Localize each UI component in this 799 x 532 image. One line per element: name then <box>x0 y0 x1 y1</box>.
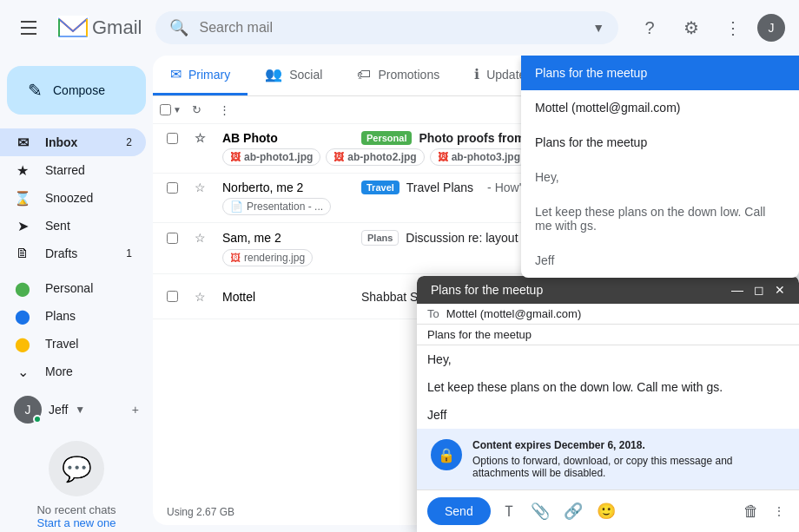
attachment-name: ab-photo2.jpg <box>347 151 416 163</box>
autocomplete-item[interactable]: Mottel (mottel@gmail.com) <box>521 90 799 125</box>
expand-compose-icon[interactable]: ◻ <box>754 283 764 297</box>
sidebar-item-label-starred: Starred <box>45 163 132 177</box>
sidebar-item-sent[interactable]: ➤ Sent <box>0 212 146 240</box>
close-compose-icon[interactable]: ✕ <box>775 283 785 297</box>
star-area[interactable]: ☆ <box>195 181 215 194</box>
sidebar-item-drafts[interactable]: 🗎 Drafts 1 <box>0 240 146 267</box>
attachment-name: ab-photo3.jpg <box>452 151 520 163</box>
delete-compose-icon[interactable]: 🗑 <box>740 499 763 524</box>
search-dropdown-icon[interactable]: ▼ <box>592 21 604 35</box>
tab-social[interactable]: 👥 Social <box>248 56 340 95</box>
send-button[interactable]: Send <box>427 497 491 525</box>
attachment-chip: 📄 Presentation - ... <box>222 198 331 215</box>
link-icon[interactable]: 🔗 <box>560 498 586 524</box>
select-all-area: ▼ <box>160 104 182 115</box>
select-dropdown-icon[interactable]: ▼ <box>173 105 182 115</box>
emoji-icon[interactable]: 🙂 <box>593 498 619 524</box>
tab-promotions[interactable]: 🏷 Promotions <box>340 56 457 95</box>
attachment-chip: 🖼 ab-photo1.jpg <box>222 148 320 166</box>
to-label: To <box>427 307 439 320</box>
expiry-icon: 🔒 <box>431 439 462 470</box>
compose-footer: Send Ｔ 📎 🔗 🙂 🗑 ⋮ <box>417 489 799 532</box>
email-checkbox[interactable] <box>167 291 178 302</box>
start-new-chat-link[interactable]: Start a new one <box>36 516 116 529</box>
help-icon[interactable]: ? <box>632 10 667 45</box>
more-options-button[interactable]: ⋮ <box>212 100 237 120</box>
tab-promotions-label: Promotions <box>378 68 439 82</box>
compose-header-actions: — ◻ ✕ <box>731 283 785 297</box>
sidebar-item-travel[interactable]: ⬤ Travel <box>0 330 146 358</box>
attachment-icon: 🖼 <box>230 252 241 264</box>
attachment-icon: 🖼 <box>230 151 241 163</box>
attach-icon[interactable]: 📎 <box>527 498 553 524</box>
star-area[interactable]: ☆ <box>195 131 215 145</box>
settings-icon[interactable]: ⚙ <box>674 10 709 45</box>
user-avatar[interactable]: J <box>757 14 785 42</box>
search-icon: 🔍 <box>169 18 188 37</box>
star-area[interactable]: ☆ <box>195 231 215 245</box>
tab-primary[interactable]: ✉ Primary <box>153 56 248 95</box>
autocomplete-item[interactable]: Plans for the meetup <box>521 56 799 90</box>
refresh-button[interactable]: ↻ <box>185 100 208 120</box>
sidebar-item-personal[interactable]: ⬤ Personal <box>0 274 146 302</box>
email-checkbox-area[interactable] <box>167 133 195 144</box>
no-chats-icon: 💬 <box>49 441 104 496</box>
gmail-logo-icon <box>57 16 89 40</box>
online-indicator <box>33 415 42 424</box>
compose-header: Plans for the meetup — ◻ ✕ <box>417 276 799 304</box>
sidebar-item-starred[interactable]: ★ Starred <box>0 156 146 184</box>
compose-button[interactable]: ✎ Compose <box>7 66 146 115</box>
star-area[interactable]: ☆ <box>195 290 215 304</box>
sidebar-item-label-personal: Personal <box>45 281 132 295</box>
chat-user[interactable]: J Jeff ▼ + <box>7 392 146 427</box>
search-input[interactable] <box>199 20 582 36</box>
email-checkbox-area[interactable] <box>167 182 195 194</box>
attachment-chip: 🖼 rendering.jpg <box>222 249 313 266</box>
attachment-icon: 📄 <box>230 200 243 213</box>
nav-section: ✉ Inbox 2 ★ Starred ⌛ Snoozed ➤ Sent � <box>0 128 153 385</box>
expiry-title: Content expires December 6, 2018. <box>472 439 785 451</box>
sidebar-item-snoozed[interactable]: ⌛ Snoozed <box>0 184 146 212</box>
compose-subject-field[interactable]: Plans for the meetup <box>417 325 799 345</box>
attachment-chip: 🖼 ab-photo3.jpg <box>430 148 528 166</box>
search-bar[interactable]: 🔍 ▼ <box>155 11 618 44</box>
autocomplete-item-title: Mottel (mottel@gmail.com) <box>535 101 785 115</box>
menu-icon[interactable] <box>14 14 43 42</box>
autocomplete-item[interactable]: Plans for the meetup <box>521 125 799 160</box>
social-tab-icon: 👥 <box>265 66 282 82</box>
email-checkbox[interactable] <box>167 133 178 144</box>
sidebar-item-label-plans: Plans <box>45 309 132 323</box>
compose-header-title: Plans for the meetup <box>431 283 543 297</box>
grid-icon[interactable]: ⋮ <box>716 10 750 45</box>
email-checkbox-area[interactable] <box>167 233 195 244</box>
sidebar-item-label-sent: Sent <box>45 219 132 233</box>
attachment-icon: 🖼 <box>438 151 448 163</box>
compose-panel: Plans for the meetup — ◻ ✕ To Mottel (mo… <box>417 276 799 532</box>
to-value[interactable]: Mottel (mottel@gmail.com) <box>446 307 582 320</box>
chat-add-icon[interactable]: + <box>132 403 139 417</box>
email-sender: AB Photo <box>222 131 361 145</box>
chat-chevron: ▼ <box>75 404 85 416</box>
storage-info: Using 2.67 GB <box>167 506 234 518</box>
autocomplete-item-jeff: Jeff <box>521 243 799 278</box>
compose-body[interactable]: Hey, Let keep these plans on the down lo… <box>417 345 799 429</box>
email-sender: Mottel <box>222 290 361 304</box>
email-checkbox[interactable] <box>167 233 178 244</box>
promotions-tab-icon: 🏷 <box>357 67 371 82</box>
sidebar-item-more[interactable]: ⌄ More <box>0 358 146 385</box>
sidebar-item-inbox[interactable]: ✉ Inbox 2 <box>0 128 146 156</box>
autocomplete-dropdown: Plans for the meetup Mottel (mottel@gmai… <box>521 56 799 278</box>
select-all-checkbox[interactable] <box>160 104 171 115</box>
email-checkbox-area[interactable] <box>167 291 195 302</box>
minimize-compose-icon[interactable]: — <box>731 283 743 297</box>
tab-social-label: Social <box>289 68 322 82</box>
compose-icon: ✎ <box>28 80 43 101</box>
email-checkbox[interactable] <box>167 182 178 194</box>
format-icon[interactable]: Ｔ <box>498 497 520 525</box>
sidebar-item-plans[interactable]: ⬤ Plans <box>0 302 146 330</box>
expiry-notice: 🔒 Content expires December 6, 2018. Opti… <box>417 429 799 489</box>
gmail-logo: Gmail <box>57 16 142 40</box>
more-compose-icon[interactable]: ⋮ <box>769 501 789 522</box>
sidebar-item-label-inbox: Inbox <box>45 135 112 149</box>
email-tag: Plans <box>361 230 399 246</box>
